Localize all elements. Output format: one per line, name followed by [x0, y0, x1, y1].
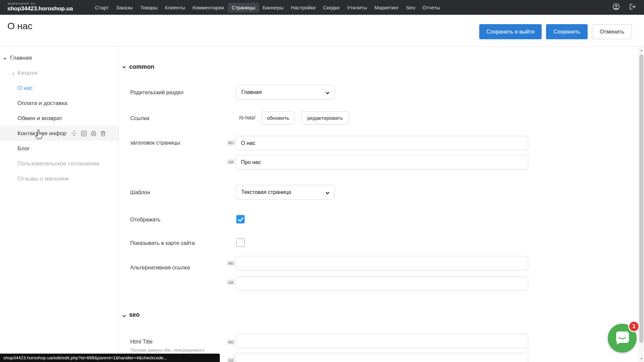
- tree-item-label: Контактная инфор: [0, 130, 66, 137]
- tree-item-store-reviews[interactable]: Отзывы о магазине: [0, 171, 118, 186]
- alt-link-ru-input[interactable]: [236, 256, 528, 270]
- lang-badge-ru: RU: [227, 140, 235, 146]
- scrollbar-thumb[interactable]: [639, 54, 643, 343]
- move-item-icon[interactable]: [71, 131, 77, 137]
- support-chat-button[interactable]: 1: [608, 324, 637, 353]
- shop-domain-label[interactable]: shop34423.horoshop.ua: [7, 5, 73, 12]
- status-url-text: shop34423.horoshop.ua/edit/edit.php?id=6…: [3, 355, 167, 360]
- link-label: Ссылка: [130, 115, 149, 121]
- tree-item-label: Оплата и доставка: [0, 100, 67, 107]
- display-checkbox-checked[interactable]: [236, 215, 245, 223]
- tree-item-label: О нас: [0, 85, 33, 92]
- tree-item-exchange-return[interactable]: Обмен и возврат: [0, 111, 118, 126]
- html-title-ua-input[interactable]: [236, 353, 528, 362]
- tree-item-catalog[interactable]: Каталог: [0, 65, 118, 81]
- section-seo-collapse-icon[interactable]: [122, 314, 127, 318]
- add-subpage-icon[interactable]: [81, 131, 87, 137]
- top-navigation-bar: HOROSHOP V4 shop34423.horoshop.ua Старт …: [0, 0, 644, 15]
- nav-utilities[interactable]: Утилиты: [343, 3, 371, 12]
- vertical-scrollbar[interactable]: ▲ ▼: [638, 47, 644, 362]
- html-title-label: Html Title: [130, 339, 153, 345]
- tree-item-label: Отзывы о магазине: [0, 175, 69, 182]
- nav-marketing[interactable]: Маркетинг: [370, 3, 402, 12]
- page-title: О нас: [7, 21, 33, 32]
- tree-item-blog[interactable]: Блог: [0, 141, 118, 156]
- tree-item-about-us-selected[interactable]: О нас: [0, 81, 118, 96]
- tree-item-payment-delivery[interactable]: Оплата и доставка: [0, 96, 118, 111]
- nav-banners[interactable]: Баннеры: [259, 3, 287, 12]
- lang-badge-ua: UA: [227, 279, 235, 285]
- status-url-tooltip: shop34423.horoshop.ua/edit/edit.php?id=6…: [0, 354, 220, 362]
- alt-link-label: Альтернативная ссылка: [130, 265, 190, 271]
- tree-item-label: Блог: [0, 145, 30, 152]
- scroll-up-arrow-icon[interactable]: ▲: [639, 49, 644, 52]
- page-heading-label: заголовок страницы: [130, 140, 180, 146]
- chevron-right-icon[interactable]: [11, 71, 16, 75]
- link-edit-button[interactable]: редактировать: [301, 111, 349, 124]
- template-label: Шаблон: [130, 190, 150, 196]
- nav-comments[interactable]: Комментарии: [189, 3, 228, 12]
- nav-pages[interactable]: Страницы: [228, 3, 259, 12]
- nav-settings[interactable]: Настройки: [287, 3, 319, 12]
- lang-badge-ua: UA: [227, 357, 235, 362]
- tree-item-contact-info-hovered[interactable]: Контактная инфор: [0, 126, 118, 141]
- settings-icon[interactable]: [91, 131, 97, 137]
- parent-section-label: Родительский раздел: [130, 90, 184, 96]
- page-header: О нас Сохранить и выйти Сохранить Отмени…: [0, 15, 644, 47]
- nav-seo[interactable]: Seo: [402, 3, 419, 12]
- parent-section-select[interactable]: Главная: [236, 85, 335, 100]
- parent-section-value: Главная: [241, 89, 262, 95]
- delete-icon[interactable]: [100, 131, 106, 137]
- section-common-title[interactable]: common: [129, 63, 154, 70]
- nav-clients[interactable]: Клиенты: [161, 3, 189, 12]
- tree-item-home[interactable]: Главная: [0, 50, 118, 65]
- template-value: Текстовая страница: [241, 189, 291, 195]
- tree-item-label: Обмен и возврат: [0, 115, 62, 122]
- tree-item-label: Каталог: [0, 70, 38, 76]
- lang-badge-ru: RU: [227, 260, 235, 266]
- pages-tree-sidebar: Главная Каталог О нас Оплата и доставка …: [0, 47, 119, 362]
- section-seo-title[interactable]: seo: [129, 311, 140, 318]
- logout-icon[interactable]: [629, 3, 636, 12]
- lang-badge-ru: RU: [227, 339, 235, 345]
- section-common-collapse-icon[interactable]: [122, 65, 127, 69]
- sitemap-checkbox-unchecked[interactable]: [236, 239, 245, 247]
- page-heading-ua-input[interactable]: [236, 155, 528, 169]
- scroll-down-arrow-icon[interactable]: ▼: [639, 357, 644, 360]
- save-and-exit-button[interactable]: Сохранить и выйти: [479, 24, 542, 39]
- nav-discounts[interactable]: Скидки: [319, 3, 343, 12]
- html-title-ru-input[interactable]: [236, 334, 528, 348]
- alt-link-ua-input[interactable]: [236, 276, 528, 291]
- save-button[interactable]: Сохранить: [546, 24, 588, 39]
- chat-unread-badge: 1: [628, 321, 640, 332]
- link-path-value: /o-nas/: [239, 115, 255, 121]
- cancel-button[interactable]: Отменить: [592, 24, 632, 39]
- template-select[interactable]: Текстовая страница: [236, 185, 335, 200]
- nav-start[interactable]: Старт: [91, 3, 112, 12]
- html-title-hint: Полная замена title, генерируемого: [130, 348, 204, 353]
- nav-reports[interactable]: Отчеты: [419, 3, 444, 12]
- sitemap-label: Показывать в карте сайта: [130, 240, 195, 246]
- account-icon[interactable]: [612, 3, 620, 12]
- nav-orders[interactable]: Заказы: [112, 3, 137, 12]
- nav-products[interactable]: Товары: [137, 3, 161, 12]
- display-label: Отображать: [130, 217, 160, 223]
- main-menu: Старт Заказы Товары Клиенты Комментарии …: [91, 0, 444, 15]
- page-edit-form: common Родительский раздел Главная Ссылк…: [119, 47, 638, 362]
- brand-version-label: HOROSHOP V4: [8, 2, 35, 5]
- page-heading-ru-input[interactable]: [236, 136, 528, 150]
- chevron-down-icon[interactable]: [3, 56, 7, 60]
- tree-item-label: Пользовательское соглашение: [0, 160, 100, 167]
- link-refresh-button[interactable]: обновить: [262, 111, 294, 124]
- lang-badge-ua: UA: [227, 159, 235, 165]
- tree-item-user-agreement[interactable]: Пользовательское соглашение: [0, 156, 118, 171]
